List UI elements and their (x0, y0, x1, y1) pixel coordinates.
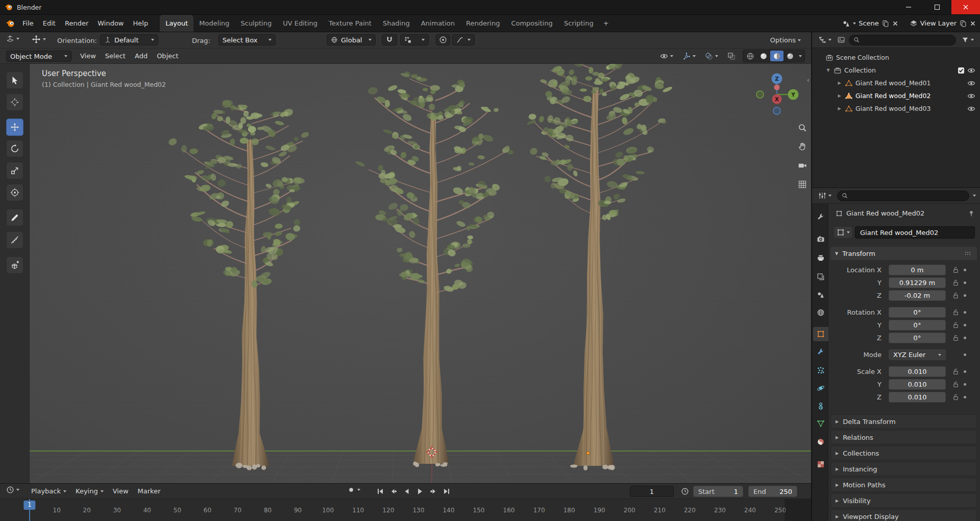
orientation-dropdown[interactable]: Default (100, 34, 158, 45)
panel-section-instancing[interactable]: ▶Instancing (830, 462, 977, 476)
gizmo-neg-y[interactable] (756, 91, 764, 98)
scale-tool-button[interactable] (6, 162, 23, 179)
ortho-grid-icon[interactable] (798, 180, 807, 189)
expander-icon[interactable]: ▶ (837, 93, 842, 98)
hide-in-viewport-eye-icon[interactable] (967, 92, 975, 100)
menu-edit[interactable]: Edit (38, 19, 60, 27)
properties-options-caret[interactable] (973, 195, 976, 197)
transform-tool-button[interactable] (6, 184, 23, 201)
number-field[interactable]: 0° (889, 333, 946, 343)
cursor-tool-button[interactable] (6, 93, 23, 111)
camera-view-icon[interactable] (798, 161, 807, 170)
properties-tab-render[interactable] (813, 232, 828, 246)
menu-marker[interactable]: Marker (133, 487, 165, 495)
animate-decorator[interactable] (964, 269, 966, 271)
number-field[interactable]: 0.91229 m (889, 277, 946, 288)
new-scene-icon[interactable] (882, 20, 889, 27)
play-button[interactable] (413, 486, 426, 497)
panel-section-delta-transform[interactable]: ▶Delta Transform (830, 414, 977, 429)
lock-open-icon[interactable] (953, 394, 959, 400)
playback-sync-clock-icon[interactable] (681, 487, 689, 495)
toggle-xray-button[interactable] (725, 52, 738, 60)
shading-solid-button[interactable] (757, 51, 770, 61)
shading-material-preview-button[interactable] (770, 51, 783, 61)
panel-section-collections[interactable]: ▶Collections (830, 446, 977, 460)
outliner-row[interactable]: ▶Giant Red wood_Med02 (812, 89, 980, 102)
animate-decorator[interactable] (964, 311, 966, 314)
lock-open-icon[interactable] (953, 267, 959, 273)
scene-selector[interactable]: Scene (842, 19, 879, 28)
grip-icon[interactable] (964, 251, 972, 256)
object-type-visibility-button[interactable] (658, 52, 675, 60)
workspace-tab-sculpting[interactable]: Sculpting (235, 15, 277, 32)
menu-view[interactable]: View (108, 487, 133, 495)
current-frame-field[interactable]: 1 (630, 486, 674, 497)
shading-options-caret[interactable] (799, 55, 802, 57)
hide-in-viewport-eye-icon[interactable] (967, 79, 975, 87)
rotate-tool-button[interactable] (6, 140, 23, 157)
number-field[interactable]: 0.010 (889, 392, 946, 402)
properties-tab-object-data[interactable] (813, 416, 828, 431)
outliner-editor-type-button[interactable] (816, 36, 834, 44)
object-id-dropdown[interactable] (834, 226, 853, 239)
panel-section-visibility[interactable]: ▶Visibility (830, 493, 977, 508)
menu-view[interactable]: View (76, 52, 101, 60)
workspace-tab-layout[interactable]: Layout (160, 15, 193, 32)
outliner-search-input[interactable] (849, 35, 956, 45)
annotate-tool-button[interactable] (6, 209, 23, 226)
auto-keying-button[interactable] (345, 486, 362, 494)
menu-help[interactable]: Help (129, 19, 153, 27)
shading-rendered-button[interactable] (783, 51, 797, 61)
select-box-tool-button[interactable] (6, 72, 23, 89)
workspace-tab-rendering[interactable]: Rendering (460, 15, 505, 32)
pin-icon[interactable] (968, 210, 975, 217)
expander-icon[interactable]: ▼ (825, 68, 831, 73)
object-name-input[interactable] (855, 226, 975, 239)
lock-open-icon[interactable] (953, 309, 959, 316)
menu-window[interactable]: Window (93, 19, 128, 27)
hide-in-viewport-eye-icon[interactable] (967, 66, 975, 75)
menu-object[interactable]: Object (152, 52, 183, 60)
properties-tab-world[interactable] (813, 305, 828, 320)
outliner-row[interactable]: ▼Collection (812, 64, 980, 77)
properties-tab-output[interactable] (813, 251, 828, 265)
workspace-tab-animation[interactable]: Animation (415, 15, 460, 32)
workspace-tab-texture-paint[interactable]: Texture Paint (323, 15, 377, 32)
lock-open-icon[interactable] (953, 381, 959, 388)
rotation-mode-dropdown[interactable]: XYZ Euler (889, 349, 946, 360)
gizmo-neg-x[interactable] (774, 85, 780, 90)
expander-icon[interactable]: ▶ (837, 106, 842, 111)
menu-select[interactable]: Select (101, 52, 130, 60)
outliner-row[interactable]: ▶Giant Red wood_Med01 (812, 77, 980, 89)
number-field[interactable]: 0° (889, 307, 946, 318)
filter-button[interactable] (960, 36, 976, 43)
show-overlays-button[interactable] (703, 52, 720, 60)
snap-target-dropdown[interactable] (400, 34, 429, 45)
add-workspace-button[interactable]: + (599, 15, 613, 32)
panel-section-relations[interactable]: ▶Relations (830, 430, 977, 444)
lock-open-icon[interactable] (953, 335, 959, 341)
lock-open-icon[interactable] (953, 322, 959, 328)
properties-tab-physics[interactable] (813, 381, 828, 395)
move-tool-button[interactable] (6, 119, 23, 136)
app-menu-blender-icon[interactable] (6, 19, 15, 28)
remove-view-layer-icon[interactable] (970, 20, 976, 27)
menu-render[interactable]: Render (60, 19, 93, 27)
proportional-edit-toggle[interactable] (436, 34, 450, 45)
mode-dropdown[interactable]: Object Mode (6, 51, 71, 62)
workspace-tab-shading[interactable]: Shading (377, 15, 415, 32)
menu-playback[interactable]: Playback (27, 487, 71, 495)
transform-orientation-dropdown[interactable]: Global (327, 34, 376, 45)
workspace-tab-scripting[interactable]: Scripting (558, 15, 599, 32)
active-tool-button[interactable] (30, 35, 48, 44)
new-view-layer-icon[interactable] (960, 20, 967, 27)
properties-tab-material[interactable] (813, 435, 828, 449)
workspace-tab-modeling[interactable]: Modeling (193, 15, 235, 32)
close-button[interactable] (951, 0, 980, 14)
unlink-scene-icon[interactable] (892, 20, 898, 27)
properties-tab-modifiers[interactable] (813, 345, 828, 359)
workspace-tab-uv-editing[interactable]: UV Editing (277, 15, 323, 32)
sidebar-toggle-arrow[interactable]: ‹ (807, 76, 810, 84)
zoom-icon[interactable] (798, 123, 807, 132)
timeline-ruler[interactable]: 1020304050607080901001101201301401501601… (0, 499, 811, 521)
